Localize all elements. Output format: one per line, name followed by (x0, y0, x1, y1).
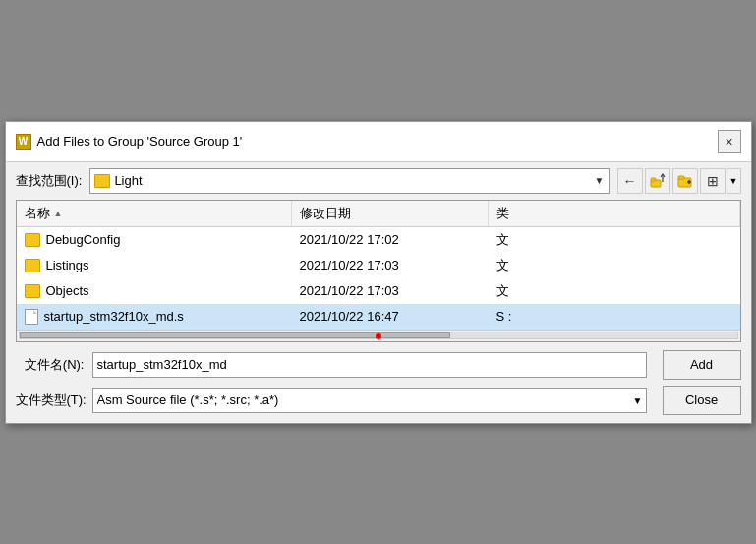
file-list-area: 名称 ▲ 修改日期 类 DebugConfig2021/10/22 17:02文… (16, 200, 741, 342)
file-date-cell: 2021/10/22 17:03 (292, 256, 489, 274)
file-name-cell: startup_stm32f10x_md.s (17, 307, 292, 327)
folder-icon (25, 259, 40, 272)
scroll-thumb[interactable] (20, 332, 450, 338)
filetype-row: 文件类型(T): Asm Source file (*.s*; *.src; *… (16, 386, 741, 415)
filetype-select-wrapper: Asm Source file (*.s*; *.src; *.a*)All F… (92, 388, 647, 413)
folder-icon (25, 284, 40, 298)
search-scope-label: 查找范围(I): (16, 172, 83, 190)
dialog: W Add Files to Group 'Source Group 1' × … (5, 121, 752, 424)
new-folder-button[interactable] (672, 168, 698, 194)
dialog-title: Add Files to Group 'Source Group 1' (37, 134, 243, 149)
filetype-label: 文件类型(T): (16, 392, 85, 409)
file-name-cell: DebugConfig (17, 230, 292, 249)
col-name-label: 名称 (25, 205, 50, 222)
file-type-cell: 文 (489, 229, 740, 251)
col-header-date[interactable]: 修改日期 (292, 201, 489, 226)
svg-rect-4 (678, 176, 684, 179)
title-bar-left: W Add Files to Group 'Source Group 1' (16, 134, 243, 150)
path-dropdown[interactable]: Light ▼ (89, 168, 609, 194)
window-close-button[interactable]: × (718, 130, 741, 153)
dropdown-arrow-icon: ▼ (595, 175, 605, 186)
close-button-wrapper: Close (663, 386, 741, 415)
col-header-name[interactable]: 名称 ▲ (17, 201, 292, 226)
table-row[interactable]: DebugConfig2021/10/22 17:02文 (17, 227, 740, 253)
app-icon: W (16, 134, 31, 150)
col-date-label: 修改日期 (300, 205, 351, 222)
table-row[interactable]: Listings2021/10/22 17:03文 (17, 253, 740, 278)
file-type-cell: S : (489, 307, 740, 326)
view-toggle-button[interactable]: ⊞ (700, 168, 726, 194)
file-date-cell: 2021/10/22 16:47 (292, 307, 489, 326)
toolbar-row: 查找范围(I): Light ▼ ← (6, 162, 751, 200)
file-name-text: Listings (46, 258, 89, 272)
file-name-text: DebugConfig (46, 232, 121, 247)
file-name-cell: Objects (17, 281, 292, 300)
horizontal-scrollbar[interactable] (17, 330, 740, 341)
file-list-header: 名称 ▲ 修改日期 类 (17, 201, 740, 227)
table-row[interactable]: startup_stm32f10x_md.s2021/10/22 16:47S … (17, 304, 740, 330)
file-icon (25, 309, 38, 325)
file-list-body: DebugConfig2021/10/22 17:02文Listings2021… (17, 227, 740, 330)
toolbar-icons: ← ⊞ ▼ (617, 168, 741, 194)
table-row[interactable]: Objects2021/10/22 17:03文 (17, 278, 740, 304)
file-name-cell: Listings (17, 256, 292, 274)
folder-icon (25, 233, 40, 247)
folder-up-button[interactable] (645, 168, 670, 194)
file-name-text: startup_stm32f10x_md.s (44, 309, 184, 324)
bottom-form: 文件名(N): Add 文件类型(T): Asm Source file (*.… (6, 342, 751, 423)
file-type-cell: 文 (489, 280, 740, 302)
col-header-type[interactable]: 类 (489, 201, 740, 226)
file-type-cell: 文 (489, 255, 740, 276)
filename-label: 文件名(N): (16, 356, 85, 374)
view-toggle-arrow[interactable]: ▼ (727, 168, 741, 194)
file-date-cell: 2021/10/22 17:02 (292, 230, 489, 249)
filename-row: 文件名(N): Add (16, 350, 741, 380)
filename-input[interactable] (92, 352, 647, 378)
col-type-label: 类 (496, 205, 509, 222)
file-date-cell: 2021/10/22 17:03 (292, 281, 489, 300)
filetype-select[interactable]: Asm Source file (*.s*; *.src; *.a*)All F… (92, 388, 647, 413)
scroll-position-dot (376, 333, 381, 339)
action-buttons: Add (663, 350, 741, 380)
svg-rect-1 (651, 178, 656, 181)
back-button[interactable]: ← (617, 168, 643, 194)
sort-arrow-icon: ▲ (54, 209, 63, 218)
add-button[interactable]: Add (663, 350, 741, 380)
folder-icon (94, 174, 110, 188)
file-name-text: Objects (46, 283, 89, 298)
title-bar: W Add Files to Group 'Source Group 1' × (6, 122, 751, 162)
close-button[interactable]: Close (663, 386, 741, 415)
current-path-text: Light (114, 173, 590, 188)
